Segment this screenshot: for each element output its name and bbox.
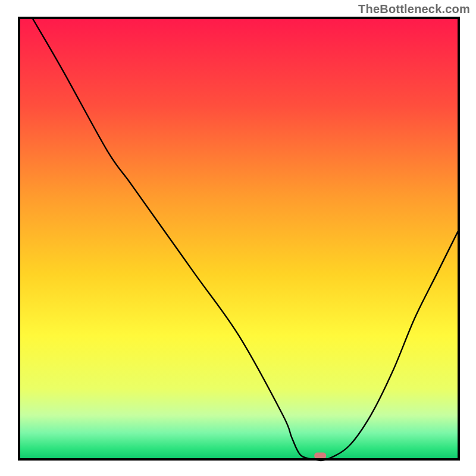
svg-rect-1 (314, 453, 326, 459)
svg-rect-0 (19, 18, 459, 459)
bottleneck-chart (0, 0, 476, 476)
chart-container: TheBottleneck.com (0, 0, 476, 476)
